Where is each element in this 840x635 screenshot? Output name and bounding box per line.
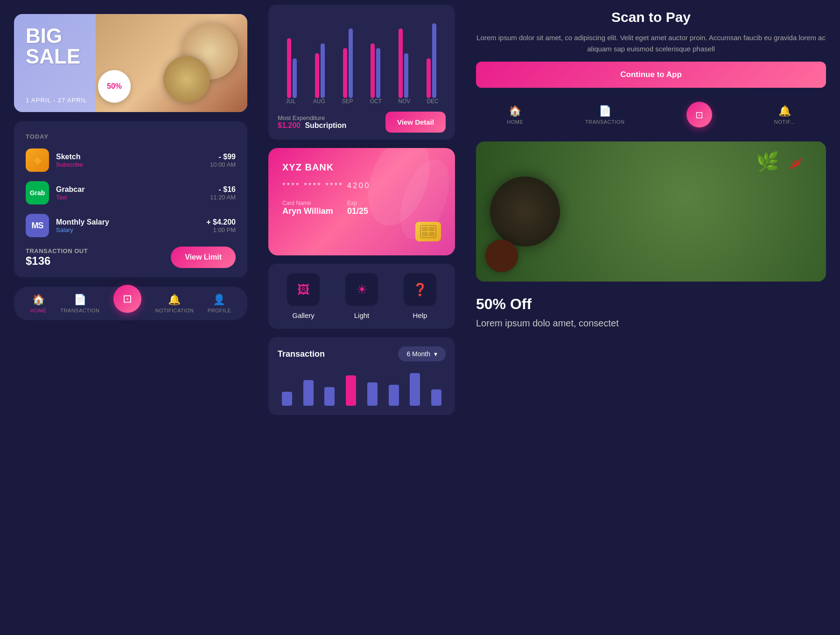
- mini-bar: [346, 375, 356, 406]
- tx-amount: - $16: [210, 185, 236, 194]
- chip-segment: [422, 232, 428, 236]
- blue-bar: [432, 23, 436, 98]
- blue-bar: [404, 53, 408, 98]
- tx-category: Salary: [56, 226, 206, 233]
- sketch-icon: ◆: [26, 148, 49, 172]
- blue-bar: [293, 58, 297, 98]
- pink-bar: [427, 58, 431, 98]
- right-nav-notification[interactable]: 🔔 NOTIF...: [774, 105, 795, 125]
- nav-notification[interactable]: 🔔 NOTIFICATION: [155, 294, 194, 313]
- card-exp-label: Exp: [347, 200, 368, 206]
- mini-bar: [367, 382, 378, 406]
- expenditure-amount: $1.200: [278, 121, 301, 129]
- right-nav-scan-button[interactable]: ⊡: [686, 102, 712, 127]
- tx-info-ms: Monthly Salary Salary: [56, 218, 206, 233]
- card-holder-name: Aryn William: [282, 206, 333, 216]
- nav-transaction[interactable]: 📄 TRANSACTION: [60, 294, 99, 313]
- card-chip: [415, 222, 441, 241]
- action-help[interactable]: ❓ Help: [394, 273, 446, 319]
- tx-time: 11:20 AM: [210, 194, 236, 201]
- card-exp-value: 01/25: [347, 206, 368, 216]
- card-name-label: Card Name: [282, 200, 333, 206]
- food-plate: [490, 176, 560, 247]
- right-transaction-icon: 📄: [599, 105, 611, 117]
- pink-bar: [315, 53, 319, 98]
- mini-bar: [282, 392, 292, 406]
- tx-info-sketch: Sketch Subscribe: [56, 153, 210, 168]
- expenditure-type: Subcription: [305, 121, 346, 129]
- chart-bar-pair: [427, 14, 436, 98]
- chart-bar-pair: [371, 14, 380, 98]
- chip-inner: [420, 225, 436, 238]
- grab-icon: Grab: [26, 181, 49, 205]
- table-row: MS Monthly Salary Salary + $4.200 1:00 P…: [26, 214, 236, 237]
- chip-segment: [429, 227, 435, 231]
- transactions-footer: TRANSACTION OUT $136 View Limit: [26, 247, 236, 268]
- action-light[interactable]: ☀ Light: [336, 273, 387, 319]
- nav-profile-label: PROFILE: [208, 308, 231, 313]
- right-notification-icon: 🔔: [778, 105, 791, 117]
- help-icon: ❓: [404, 273, 436, 306]
- pink-bar: [399, 28, 403, 98]
- chili-icon: 🌶: [789, 155, 803, 171]
- table-row: Grab Grabcar Taxi - $16 11:20 AM: [26, 181, 236, 205]
- tx-right-grab: - $16 11:20 AM: [210, 185, 236, 201]
- transaction-title: Transaction: [278, 349, 325, 359]
- tx-time: 1:00 PM: [206, 226, 236, 233]
- filter-label: 6 Month: [406, 350, 430, 358]
- transaction-icon: 📄: [74, 294, 86, 306]
- sale-banner: BIG SALE 50% 1 APRIL - 27 APRIL: [14, 14, 247, 112]
- gallery-icon: 🖼: [287, 273, 320, 306]
- action-gallery[interactable]: 🖼 Gallery: [278, 273, 329, 319]
- chart-bar-pair: [399, 14, 408, 98]
- right-panel: Scan to Pay Lorem ipsum dolor sit amet, …: [462, 0, 840, 635]
- food-sauce: [485, 240, 518, 272]
- mini-bar: [389, 385, 399, 406]
- blue-bar: [349, 28, 353, 98]
- view-detail-button[interactable]: View Detail: [385, 112, 446, 133]
- chart-footer: Most Expenditure $1.200 Subcription View…: [278, 112, 446, 133]
- sale-discount: 50%: [98, 70, 131, 103]
- chart-card: JULAUGSEPOCTNOVDEC Most Expenditure $1.2…: [268, 5, 455, 140]
- tx-out-amount: $136: [26, 254, 88, 268]
- nav-home[interactable]: 🏠 HOME: [30, 294, 47, 313]
- blue-bar: [321, 43, 325, 98]
- mini-bar: [303, 380, 314, 406]
- continue-to-app-button[interactable]: Continue to App: [476, 62, 826, 88]
- tx-time: 10:00 AM: [210, 161, 236, 168]
- chart-month-label: AUG: [306, 98, 332, 105]
- chart-month-label: DEC: [420, 98, 446, 105]
- tx-amount: + $4.200: [206, 218, 236, 226]
- transaction-filter-button[interactable]: 6 Month ▾: [398, 346, 446, 361]
- view-limit-button[interactable]: View Limit: [171, 247, 236, 268]
- nav-profile[interactable]: 👤 PROFILE: [208, 294, 231, 313]
- chart-month-label: SEP: [335, 98, 361, 105]
- blue-bar: [376, 48, 380, 98]
- right-nav-home[interactable]: 🏠 HOME: [507, 105, 523, 125]
- tx-right-sketch: - $99 10:00 AM: [210, 153, 236, 168]
- mini-bar: [410, 373, 420, 406]
- food-image: 🌿 🌶: [476, 141, 826, 282]
- help-label: Help: [413, 311, 427, 319]
- right-nav-transaction[interactable]: 📄 TRANSACTION: [585, 105, 624, 125]
- nav-transaction-label: TRANSACTION: [60, 308, 99, 313]
- middle-panel: JULAUGSEPOCTNOVDEC Most Expenditure $1.2…: [261, 0, 462, 635]
- pink-bar: [287, 38, 291, 98]
- offer-description: Lorem ipsum dolo amet, consectet: [476, 317, 826, 330]
- table-row: ◆ Sketch Subscribe - $99 10:00 AM: [26, 148, 236, 172]
- tx-category: Subscribe: [56, 161, 210, 168]
- pink-bar: [343, 48, 347, 98]
- mini-chart-bars: [278, 368, 446, 406]
- mini-bar: [324, 387, 335, 406]
- chart-bar-pair: [315, 14, 325, 98]
- mini-bar: [431, 389, 441, 406]
- nav-scan-button[interactable]: ⊡: [113, 285, 141, 313]
- offer-title: 50% Off: [476, 296, 826, 313]
- home-icon: 🏠: [32, 294, 45, 306]
- right-home-icon: 🏠: [509, 105, 521, 117]
- card-name-section: Card Name Aryn William: [282, 200, 333, 216]
- offer-section: 50% Off Lorem ipsum dolo amet, consectet: [476, 291, 826, 334]
- sale-dates: 1 APRIL - 27 APRIL: [26, 97, 87, 104]
- herb-icon: 🌿: [756, 151, 779, 173]
- tx-out-info: TRANSACTION OUT $136: [26, 247, 88, 268]
